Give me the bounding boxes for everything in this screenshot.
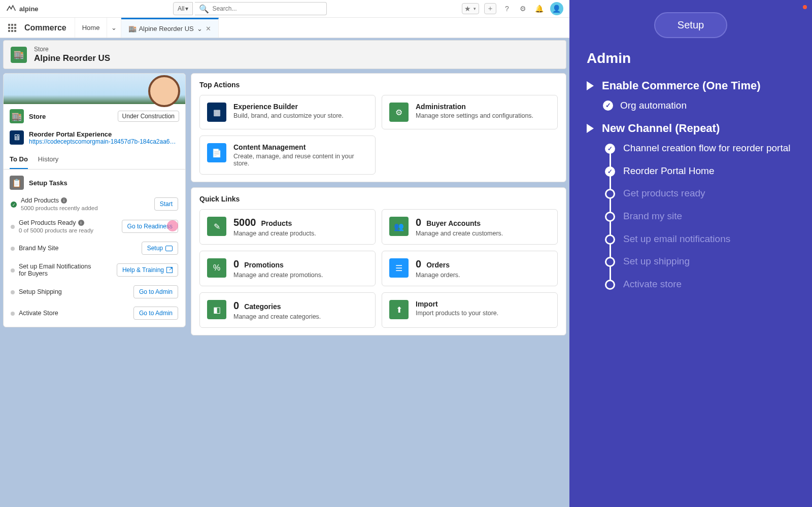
step-reorder-home[interactable]: Reorder Portal Home — [605, 165, 795, 178]
brand-logo: alpine — [6, 5, 39, 13]
categories-icon: ◧ — [207, 300, 226, 319]
close-tab-icon[interactable]: ✕ — [206, 25, 211, 32]
admin-sidebar: Setup Admin Enable Commerce (One Time) ✓… — [569, 0, 812, 507]
page-header-title: Alpine Reorder US — [34, 53, 110, 63]
card-content-management[interactable]: 📄 Content ManagementCreate, manage, and … — [199, 136, 376, 175]
step-node — [605, 234, 615, 245]
user-avatar[interactable]: 👤 — [550, 2, 563, 15]
store-icon: 🏬 — [11, 47, 27, 63]
monitor-icon — [165, 246, 173, 251]
status-dot-done — [11, 201, 17, 208]
search-icon: 🔍 — [199, 4, 209, 14]
favorites-button[interactable]: ★▾ — [462, 3, 479, 14]
setup-gear-icon[interactable]: ⚙ — [518, 3, 529, 14]
accounts-icon: 👥 — [389, 217, 409, 236]
triangle-right-icon — [587, 124, 594, 133]
step-get-products-ready[interactable]: Get products ready — [605, 187, 795, 200]
sidebar-subitem-org-automation[interactable]: ✓ Org automation — [603, 100, 795, 111]
task-email-notifications: Set up Email Notifications for Buyers He… — [4, 259, 185, 281]
builder-icon: ▦ — [207, 103, 226, 122]
task-start-button[interactable]: Start — [154, 197, 178, 211]
check-circle-icon: ✓ — [603, 100, 613, 111]
quicklink-buyer-accounts[interactable]: 👥 0Buyer AccountsManage and create custo… — [382, 209, 558, 245]
task-help-button[interactable]: Help & Training — [117, 263, 178, 277]
info-icon[interactable]: i — [78, 220, 84, 226]
step-activate-store[interactable]: Activate store — [605, 278, 795, 291]
store-icon: 🏬 — [10, 109, 24, 123]
info-icon[interactable]: i — [61, 197, 67, 204]
task-setup-button[interactable]: Setup — [142, 242, 178, 255]
notifications-icon[interactable]: 🔔 — [534, 3, 545, 14]
nav-tab-dropdown[interactable]: ⌄ — [107, 18, 121, 38]
app-launcher-icon[interactable] — [4, 20, 20, 36]
search-box[interactable]: 🔍 — [195, 2, 327, 15]
setup-button[interactable]: Setup — [654, 12, 727, 38]
gear-icon: ⚙ — [389, 103, 409, 122]
sidebar-section-enable-commerce[interactable]: Enable Commerce (One Time) — [587, 79, 795, 93]
cursor-highlight — [167, 220, 178, 231]
step-brand-site[interactable]: Brand my site — [605, 210, 795, 223]
external-link-icon — [166, 267, 173, 273]
portal-title: Reorder Portal Experience — [29, 130, 176, 138]
nav-tab-active[interactable]: 🏬 Alpine Reorder US ⌄ ✕ — [121, 18, 218, 38]
store-icon: 🏬 — [128, 25, 136, 32]
portal-url-link[interactable]: https://codeceptscomorgmain-18457d7b-184… — [29, 138, 176, 145]
app-name: Commerce — [24, 23, 66, 32]
quicklink-categories[interactable]: ◧ 0CategoriesManage and create categorie… — [199, 292, 376, 328]
quicklink-import[interactable]: ⬆ ImportImport products to your store. — [382, 292, 558, 328]
card-administration[interactable]: ⚙ AdministrationManage store settings an… — [382, 95, 558, 129]
help-icon[interactable]: ? — [501, 3, 513, 14]
quick-links-panel: Quick Links ✎ 5000ProductsManage and cre… — [191, 187, 566, 335]
content-icon: 📄 — [207, 143, 226, 162]
tasks-header: Setup Tasks — [29, 179, 67, 187]
status-dot — [11, 290, 15, 294]
setup-panel: 🏬 Store Under Construction 🖥 Reorder Por… — [3, 73, 186, 327]
step-node — [605, 212, 615, 222]
quicklink-orders[interactable]: ☰ 0OrdersManage orders. — [382, 251, 558, 286]
nav-tab-home[interactable]: Home — [75, 18, 108, 38]
promotions-icon: % — [207, 258, 226, 278]
search-scope-dropdown[interactable]: All▾ — [173, 2, 193, 15]
import-icon: ⬆ — [389, 300, 409, 319]
step-node-done — [605, 144, 615, 154]
page-header: 🏬 Store Alpine Reorder US — [3, 40, 566, 69]
quicklink-promotions[interactable]: % 0PromotionsManage and create promotion… — [199, 251, 376, 286]
task-admin-button[interactable]: Go to Admin — [133, 307, 178, 320]
search-input[interactable] — [212, 5, 322, 12]
brand-name: alpine — [19, 5, 39, 13]
tab-todo[interactable]: To Do — [10, 150, 28, 169]
quick-links-header: Quick Links — [199, 195, 558, 203]
task-setup-shipping: Setup Shipping Go to Admin — [4, 281, 185, 302]
step-node — [605, 280, 615, 290]
store-label: Store — [29, 113, 46, 120]
status-dot — [11, 225, 15, 229]
chevron-down-icon[interactable]: ⌄ — [197, 25, 202, 32]
add-button[interactable]: ＋ — [484, 3, 496, 14]
step-email-notifications[interactable]: Set up email notifications — [605, 233, 795, 246]
card-experience-builder[interactable]: ▦ Experience BuilderBuild, brand, and cu… — [199, 95, 376, 129]
tab-history[interactable]: History — [38, 150, 58, 169]
orders-icon: ☰ — [389, 258, 409, 278]
sidebar-admin-header: Admin — [587, 50, 795, 66]
step-channel-creation[interactable]: Channel creation flow for reorder portal — [605, 142, 795, 155]
alpine-logo-icon — [6, 5, 16, 13]
sidebar-section-new-channel[interactable]: New Channel (Repeat) — [587, 121, 795, 136]
triangle-right-icon — [587, 81, 594, 90]
task-admin-button[interactable]: Go to Admin — [133, 285, 178, 298]
task-activate-store: Activate Store Go to Admin — [4, 302, 185, 327]
step-shipping[interactable]: Set up shipping — [605, 255, 795, 268]
status-dot — [11, 312, 15, 316]
step-node — [605, 257, 615, 267]
step-node-done — [605, 166, 615, 177]
caret-down-icon: ▾ — [185, 5, 188, 12]
recording-indicator — [803, 5, 807, 9]
task-add-products: Add Productsi 5000 products recently add… — [4, 193, 185, 215]
task-get-products-ready: Get Products Readyi 0 of 5000 products a… — [4, 215, 185, 238]
status-badge: Under Construction — [118, 111, 179, 122]
quicklink-products[interactable]: ✎ 5000ProductsManage and create products… — [199, 209, 376, 245]
task-brand-site: Brand My Site Setup — [4, 238, 185, 259]
top-actions-panel: Top Actions ▦ Experience BuilderBuild, b… — [191, 73, 566, 182]
navbar: Commerce Home ⌄ 🏬 Alpine Reorder US ⌄ ✕ — [0, 18, 569, 38]
top-actions-header: Top Actions — [199, 81, 558, 89]
portal-icon: 🖥 — [10, 130, 24, 145]
